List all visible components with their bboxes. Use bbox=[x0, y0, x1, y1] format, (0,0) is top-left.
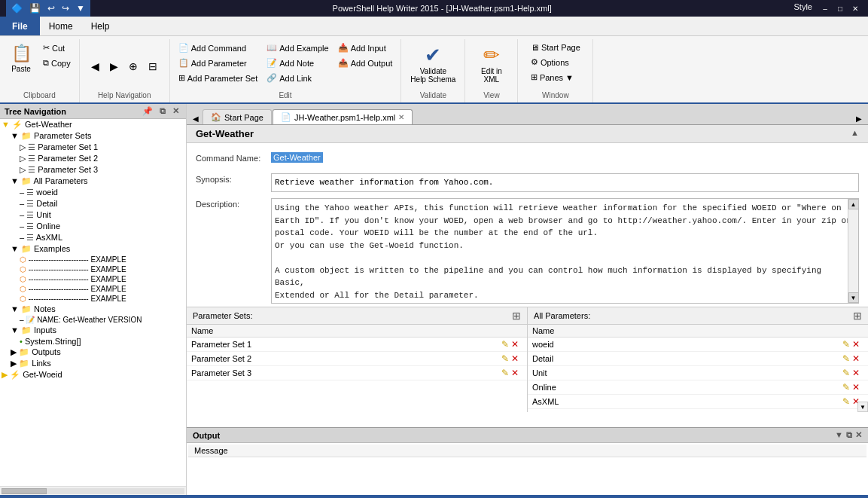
panel-float-button[interactable]: ⧉ bbox=[157, 106, 168, 116]
add-link-button[interactable]: 🔗 Add Link bbox=[263, 71, 332, 85]
tree-item-param-set-1[interactable]: ▷ ☰ Parameter Set 1 bbox=[0, 142, 186, 153]
add-command-button[interactable]: 📄 Add Command bbox=[175, 41, 262, 55]
tree-item-notes[interactable]: ▼ 📁 Notes bbox=[0, 304, 186, 315]
all-param-online-del-btn[interactable]: ✕ bbox=[852, 382, 860, 393]
param-sets-add-icon[interactable]: ⊞ bbox=[512, 310, 521, 322]
tree-item-unit[interactable]: – ☰ Unit bbox=[0, 209, 186, 221]
tree-item-note-1[interactable]: – 📝 NAME: Get-Weather VERSION bbox=[0, 315, 186, 325]
tree-item-example-1[interactable]: ⬡ ------------------------ EXAMPLE bbox=[0, 255, 186, 264]
all-param-unit-del-btn[interactable]: ✕ bbox=[852, 368, 860, 378]
add-input-button[interactable]: 📥 Add Input bbox=[334, 41, 397, 55]
tree-item-asxml[interactable]: – ☰ AsXML bbox=[0, 232, 186, 243]
cut-button[interactable]: ✂ Cut bbox=[39, 41, 75, 55]
home-menu[interactable]: Home bbox=[40, 17, 82, 35]
examples-toggle[interactable]: ▼ bbox=[11, 244, 21, 253]
output-close-btn[interactable]: ✕ bbox=[855, 430, 862, 440]
output-pin-btn[interactable]: ▼ bbox=[835, 430, 843, 440]
all-param-woeid-del-btn[interactable]: ✕ bbox=[852, 339, 860, 350]
doc-scroll-up[interactable]: ▲ bbox=[851, 128, 859, 137]
add-parameter-button[interactable]: 📋 Add Parameter bbox=[175, 56, 262, 70]
add-output-button[interactable]: 📤 Add Output bbox=[334, 56, 397, 70]
desc-scroll-down-btn[interactable]: ▼ bbox=[848, 292, 859, 303]
hscroll-thumb[interactable] bbox=[2, 488, 47, 494]
redo-qat-button[interactable]: ↪ bbox=[59, 2, 72, 14]
param-sets-toggle[interactable]: ▼ bbox=[11, 131, 21, 140]
tab-xml-file[interactable]: 📄 JH-Weather.psm1-Help.xml ✕ bbox=[273, 109, 413, 124]
output-controls[interactable]: ▼ ⧉ ✕ bbox=[835, 430, 862, 440]
nav-back-button[interactable]: ◀ bbox=[87, 58, 103, 75]
tree-item-links[interactable]: ▶ 📁 Links bbox=[0, 358, 186, 369]
inputs-toggle[interactable]: ▼ bbox=[11, 325, 21, 335]
all-params-scroll-down[interactable]: ▼ bbox=[857, 402, 868, 412]
quick-access-toolbar[interactable]: 🔷 💾 ↩ ↪ ▼ bbox=[6, 0, 90, 17]
paste-button[interactable]: 📋 Paste bbox=[5, 41, 38, 76]
desc-scroll-up-btn[interactable]: ▲ bbox=[848, 199, 859, 209]
tab-overflow-button[interactable]: ▶ bbox=[853, 113, 865, 124]
window-controls[interactable]: Style – □ ✕ bbox=[794, 2, 862, 14]
start-page-button[interactable]: 🖥 Start Page bbox=[527, 41, 584, 54]
tree-item-param-sets[interactable]: ▼ 📁 Parameter Sets bbox=[0, 130, 186, 142]
synopsis-field[interactable]: Retrieve weather information from Yahoo.… bbox=[271, 173, 859, 192]
tree-item-system-string[interactable]: • System.String[] bbox=[0, 336, 186, 347]
add-example-button[interactable]: 📖 Add Example bbox=[263, 41, 332, 55]
param-set-3-del-btn[interactable]: ✕ bbox=[511, 368, 519, 378]
validate-button[interactable]: ✔ ValidateHelp Schema bbox=[406, 41, 460, 87]
xml-tab-close[interactable]: ✕ bbox=[398, 113, 404, 121]
param-set-2-del-btn[interactable]: ✕ bbox=[511, 353, 519, 364]
all-params-add-icon[interactable]: ⊞ bbox=[853, 310, 862, 322]
panel-close-button[interactable]: ✕ bbox=[170, 106, 181, 116]
add-parameter-set-button[interactable]: ⊞ Add Parameter Set bbox=[175, 71, 262, 85]
tree-item-examples[interactable]: ▼ 📁 Examples bbox=[0, 243, 186, 255]
outputs-toggle[interactable]: ▶ bbox=[11, 347, 19, 356]
tree-item-param-set-2[interactable]: ▷ ☰ Parameter Set 2 bbox=[0, 153, 186, 164]
edit-xml-button[interactable]: ✏ Edit inXML bbox=[475, 41, 508, 87]
panel-pin-button[interactable]: 📌 bbox=[140, 106, 155, 116]
tab-nav-left[interactable]: ◀ bbox=[190, 113, 202, 124]
nav-forward-button[interactable]: ▶ bbox=[106, 58, 122, 75]
all-param-detail-del-btn[interactable]: ✕ bbox=[852, 353, 860, 364]
save-qat-button[interactable]: 💾 bbox=[27, 2, 43, 14]
tree-item-detail[interactable]: – ☰ Detail bbox=[0, 198, 186, 209]
file-menu[interactable]: File bbox=[0, 17, 40, 35]
all-param-asxml-edit-btn[interactable]: ✎ bbox=[842, 396, 850, 407]
hscroll-track[interactable] bbox=[2, 488, 184, 494]
tree-item-outputs[interactable]: ▶ 📁 Outputs bbox=[0, 347, 186, 358]
notes-toggle[interactable]: ▼ bbox=[11, 304, 21, 313]
panes-button[interactable]: ⊞ Panes ▼ bbox=[527, 70, 584, 84]
links-toggle[interactable]: ▶ bbox=[11, 359, 19, 368]
all-param-woeid-edit-btn[interactable]: ✎ bbox=[842, 339, 850, 350]
all-param-online-edit-btn[interactable]: ✎ bbox=[842, 382, 850, 393]
tree-item-woeid[interactable]: – ☰ woeid bbox=[0, 187, 186, 198]
tree-item-get-weather[interactable]: ▼ ⚡ Get-Weather bbox=[0, 119, 186, 130]
tree-toggle-get-woeid[interactable]: ▶ bbox=[2, 370, 10, 379]
description-scrollbar[interactable]: ▲ ▼ bbox=[848, 199, 858, 303]
tree-item-inputs[interactable]: ▼ 📁 Inputs bbox=[0, 325, 186, 336]
tree-horizontal-scrollbar[interactable] bbox=[0, 486, 186, 495]
description-box[interactable]: Using the Yahoo weather APIs, this funct… bbox=[271, 198, 859, 304]
param-set-2-edit-btn[interactable]: ✎ bbox=[501, 353, 509, 364]
nav-expand-button[interactable]: ⊕ bbox=[125, 58, 142, 75]
help-menu[interactable]: Help bbox=[82, 17, 119, 35]
add-note-button[interactable]: 📝 Add Note bbox=[263, 56, 332, 70]
tree-item-example-5[interactable]: ⬡ ------------------------ EXAMPLE bbox=[0, 294, 186, 304]
tree-item-param-set-3[interactable]: ▷ ☰ Parameter Set 3 bbox=[0, 164, 186, 176]
maximize-button[interactable]: □ bbox=[833, 2, 847, 14]
all-param-detail-edit-btn[interactable]: ✎ bbox=[842, 353, 850, 364]
tree-item-example-4[interactable]: ⬡ ------------------------ EXAMPLE bbox=[0, 284, 186, 294]
output-float-btn[interactable]: ⧉ bbox=[846, 430, 852, 440]
close-button[interactable]: ✕ bbox=[848, 2, 862, 14]
all-param-unit-edit-btn[interactable]: ✎ bbox=[842, 368, 850, 378]
tree-item-example-2[interactable]: ⬡ ------------------------ EXAMPLE bbox=[0, 264, 186, 274]
param-set-1-edit-btn[interactable]: ✎ bbox=[501, 339, 509, 350]
tree-item-online[interactable]: – ☰ Online bbox=[0, 221, 186, 232]
all-params-toggle[interactable]: ▼ bbox=[11, 176, 21, 185]
panel-header-controls[interactable]: 📌 ⧉ ✕ bbox=[140, 106, 181, 116]
undo-qat-button[interactable]: ↩ bbox=[45, 2, 57, 14]
minimize-button[interactable]: – bbox=[818, 2, 832, 14]
nav-collapse-button[interactable]: ⊟ bbox=[145, 58, 161, 75]
copy-button[interactable]: ⧉ Copy bbox=[39, 56, 75, 70]
qat-more-button[interactable]: ▼ bbox=[74, 2, 87, 14]
param-set-1-del-btn[interactable]: ✕ bbox=[511, 339, 519, 350]
tree-toggle-get-weather[interactable]: ▼ bbox=[2, 120, 12, 129]
options-button[interactable]: ⚙ Options bbox=[527, 55, 584, 69]
